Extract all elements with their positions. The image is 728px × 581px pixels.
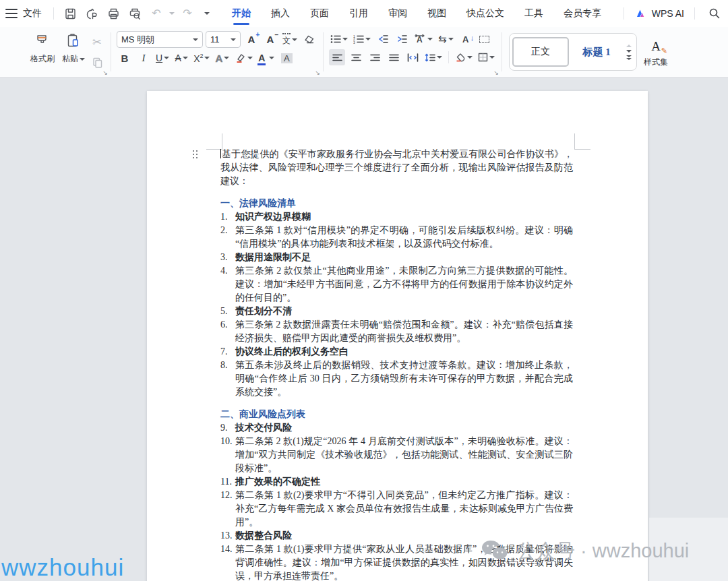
numbered-list-button[interactable]: 123 [352,31,372,47]
style-set-button[interactable]: A 样式集 [644,36,668,68]
font-color-button[interactable]: A [257,50,276,66]
tab-1[interactable]: 开始 [232,0,251,27]
line-spacing-button[interactable] [423,49,444,65]
bullet-list-button[interactable] [329,31,349,47]
search-icon [708,7,721,20]
list-item-number: 9. [220,421,235,435]
increase-indent-button[interactable] [394,31,410,47]
superscript-button[interactable]: X2 [192,50,211,66]
tab-3[interactable]: 页面 [310,0,329,27]
highlight-button[interactable] [233,50,254,66]
divider [53,7,54,20]
char-shading-icon: A [281,53,293,63]
font-dialog-launcher[interactable]: ↘ [315,70,320,76]
undo-button[interactable]: ↶ [148,5,165,22]
underline-chevron-icon [164,57,169,59]
justify-button[interactable] [386,49,402,65]
tab-5[interactable]: 审阅 [388,0,407,27]
svg-text:A: A [417,35,423,44]
paste-label: 粘贴 [62,53,85,65]
style-set-icon: A [651,39,661,54]
list-item: 11.推广效果的不确定性 [220,475,573,489]
tab-4[interactable]: 引用 [349,0,368,27]
numbered-list-icon: 123 [353,34,364,44]
decrease-indent-button[interactable] [375,31,391,47]
tab-7[interactable]: 快点公文 [466,0,504,27]
sort-button[interactable]: A [458,31,474,47]
undo-dropdown-chevron-icon[interactable] [169,12,175,15]
copy-button[interactable] [89,54,105,70]
align-left-button[interactable] [329,49,345,65]
style-heading1[interactable]: 标题 1 [572,37,621,67]
phonetic-guide-button[interactable]: 文 [281,32,299,48]
list-item-text: 第三条第 1 款对“信用模块”的界定不明确，可能引发后续版权纠纷。建议：明确“信… [235,224,573,251]
paste-button[interactable]: 粘贴 [58,31,89,74]
font-size-select[interactable]: 11 [206,31,241,48]
hamburger-menu-icon[interactable] [5,9,18,18]
cut-button[interactable]: ✂ [89,34,105,50]
wps-ai-label: WPS AI [652,8,684,19]
align-right-button[interactable] [367,49,383,65]
print-button[interactable] [104,5,122,22]
list-item-number: 1. [220,210,235,224]
wps-ai-button[interactable]: WPS AI [634,8,684,19]
search-button[interactable] [705,4,724,23]
shading-button[interactable] [454,49,474,65]
paragraph-drag-handle[interactable] [193,150,201,161]
export-pdf-button[interactable] [83,5,100,22]
clear-format-button[interactable] [301,32,317,48]
list-item-number: 13. [220,529,235,543]
font-name-select[interactable]: MS 明朝 [117,31,203,48]
align-center-button[interactable] [348,49,364,65]
styles-scroll-up-icon[interactable] [626,44,632,47]
list-item-number: 14. [220,543,235,581]
sort-icon: A [462,34,468,44]
tab-2[interactable]: 插入 [271,0,290,27]
file-menu[interactable]: 文件 [23,7,42,20]
grow-font-button[interactable]: A [243,32,260,48]
char-scale-button[interactable]: A [413,31,434,47]
tab-9[interactable]: 会员专享 [564,0,601,27]
styles-expand-icon[interactable] [626,55,632,60]
list-item-number: 3. [220,251,235,264]
list-item-text: 责任划分不清 [235,305,573,318]
italic-button[interactable]: I [135,50,152,66]
text-effects-button[interactable]: A [214,50,231,66]
document-area[interactable]: 基于您提供的《安平市家政服务行业协会与北京中关村爱豆有限公司合作协议书》，我从法… [0,78,728,581]
list-item-text: 技术交付风险 [235,421,573,435]
char-shading-button[interactable]: A [278,50,295,66]
underline-button[interactable]: U [154,50,171,66]
format-painter-button[interactable]: 格式刷 [27,31,58,74]
clear-format-icon [304,34,315,44]
styles-scroll-down-icon[interactable] [626,50,632,53]
cjk-layout-button[interactable]: ⇆ [437,31,455,47]
save-button[interactable] [61,5,79,22]
tab-6[interactable]: 视图 [427,0,446,27]
document-content[interactable]: 基于您提供的《安平市家政服务行业协会与北京中关村爱豆有限公司合作协议书》，我从法… [220,148,573,581]
shrink-font-button[interactable]: A [262,32,278,48]
margin-mark-top-left-h [206,149,222,150]
distribute-button[interactable] [404,49,421,65]
list-item-text: 推广效果的不确定性 [235,475,573,489]
tab-8[interactable]: 工具 [524,0,543,27]
strikethrough-button[interactable]: A [173,50,189,66]
undo-icon: ↶ [152,8,160,19]
char-scale-chevron-icon [427,38,433,40]
margin-mark-top-right-h [574,149,590,150]
clipboard-dialog-launcher[interactable]: ↘ [102,70,108,76]
borders-button[interactable] [477,49,496,65]
list-item: 1.知识产权边界模糊 [220,210,573,224]
shading-chevron-icon [467,56,473,59]
wechat-icon [480,539,508,563]
paragraph-dialog-launcher[interactable]: ↘ [493,70,499,76]
document-page[interactable]: 基于您提供的《安平市家政服务行业协会与北京中关村爱豆有限公司合作协议书》，我从法… [147,91,648,581]
quick-access-more-chevron-icon[interactable] [204,12,210,15]
show-marks-button[interactable] [477,31,493,47]
redo-button[interactable]: ↷ [179,5,196,22]
bold-button[interactable]: B [117,50,133,66]
list-item: 3.数据用途限制不足 [220,251,573,264]
print-preview-button[interactable] [126,5,144,22]
style-normal[interactable]: 正文 [512,37,569,67]
phonetic-chevron-icon [292,38,297,41]
bullet-list-icon [330,34,341,44]
